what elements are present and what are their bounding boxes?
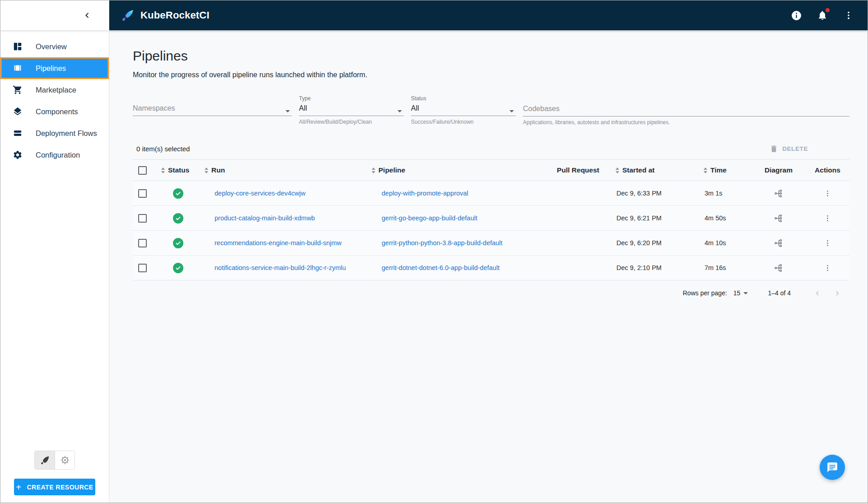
sidebar-item-label: Components: [36, 107, 78, 116]
pipeline-cell: gerrit-python-python-3.8-app-build-defau…: [365, 239, 528, 247]
sidebar: Overview Pipelines Marketplace Component…: [0, 0, 109, 503]
pipeline-link[interactable]: deploy-with-promote-approval: [382, 190, 468, 197]
row-checkbox[interactable]: [138, 264, 147, 272]
sort-arrows-icon[interactable]: [616, 168, 619, 173]
app-window: Overview Pipelines Marketplace Component…: [0, 0, 868, 503]
overview-icon: [12, 41, 23, 52]
row-actions-button[interactable]: [821, 261, 835, 275]
view-toggle-group: [34, 451, 75, 470]
status-select[interactable]: All: [411, 103, 516, 116]
namespaces-select[interactable]: Namespaces: [133, 103, 292, 116]
pipeline-link[interactable]: gerrit-python-python-3.8-app-build-defau…: [382, 239, 503, 247]
chat-icon: [826, 461, 838, 473]
sidebar-collapse-button[interactable]: [81, 9, 93, 22]
column-header-status[interactable]: Status: [158, 166, 198, 174]
trash-icon: [770, 144, 778, 153]
run-cell: notifications-service-main-build-2lhgc-r…: [198, 264, 365, 271]
sidebar-item-pipelines[interactable]: Pipelines: [0, 57, 109, 79]
run-link[interactable]: recommendations-engine-main-build-snjmw: [215, 239, 341, 247]
run-link[interactable]: notifications-service-main-build-2lhgc-r…: [215, 264, 346, 271]
sidebar-item-overview[interactable]: Overview: [0, 36, 109, 57]
chevron-down-icon: [285, 110, 290, 112]
notifications-button[interactable]: [816, 9, 829, 22]
table-row: notifications-service-main-build-2lhgc-r…: [133, 256, 849, 280]
more-menu-button[interactable]: [842, 9, 855, 22]
row-actions-button[interactable]: [821, 236, 835, 250]
rows-per-page-label: Rows per page:: [683, 289, 727, 297]
type-select[interactable]: All: [299, 103, 404, 116]
status-cell: [158, 213, 198, 224]
diagram-button[interactable]: [771, 261, 786, 275]
codebases-filter: Codebases Applications, libraries, autot…: [523, 95, 849, 126]
started-at-cell: Dec 9, 2:10 PM: [600, 264, 688, 271]
kebab-menu-icon: [844, 10, 854, 20]
diagram-button[interactable]: [771, 211, 786, 225]
column-header-run[interactable]: Run: [198, 166, 365, 174]
column-header-time[interactable]: Time: [688, 166, 751, 174]
appbar-actions: [790, 9, 855, 22]
pipeline-link[interactable]: gerrit-go-beego-app-build-default: [382, 214, 477, 222]
rocket-icon: [40, 456, 50, 465]
column-header-started-at[interactable]: Started at: [600, 166, 688, 174]
sort-arrows-icon[interactable]: [161, 168, 165, 173]
sidebar-item-deployment-flows[interactable]: Deployment Flows: [0, 122, 109, 144]
diagram-button[interactable]: [771, 236, 786, 250]
sort-arrows-icon[interactable]: [205, 168, 208, 173]
previous-page-button[interactable]: ‹: [811, 286, 824, 300]
page-title: Pipelines: [133, 48, 849, 64]
sidebar-item-components[interactable]: Components: [0, 101, 109, 122]
sort-arrows-icon[interactable]: [704, 168, 707, 173]
diagram-button[interactable]: [771, 186, 786, 200]
chevron-down-icon: [509, 110, 514, 112]
status-filter: Status All Success/Failure/Unknown: [411, 95, 516, 126]
run-link[interactable]: deploy-core-services-dev4cwjw: [215, 190, 305, 197]
rows-per-page-select[interactable]: 15: [733, 289, 750, 297]
type-helper: All/Review/Build/Deploy/Clean: [299, 119, 404, 125]
row-actions-button[interactable]: [821, 186, 835, 200]
run-cell: recommendations-engine-main-build-snjmw: [198, 239, 365, 247]
chevron-left-icon: [84, 12, 91, 19]
create-resource-button[interactable]: + CREATE RESOURCE: [14, 479, 95, 495]
run-link[interactable]: product-catalog-main-build-xdmwb: [215, 214, 315, 222]
codebases-input[interactable]: Codebases: [523, 103, 849, 116]
selected-count: 0 item(s) selected: [136, 145, 190, 153]
pipeline-link[interactable]: gerrit-dotnet-dotnet-6.0-app-build-defau…: [382, 264, 499, 271]
diagram-tree-icon: [774, 214, 784, 223]
select-all-checkbox[interactable]: [138, 166, 147, 175]
rocket-view-toggle[interactable]: [35, 451, 55, 469]
row-checkbox[interactable]: [138, 239, 147, 247]
kebab-menu-icon: [823, 239, 832, 247]
sidebar-header: [0, 0, 109, 30]
row-actions-button[interactable]: [821, 211, 835, 225]
info-button[interactable]: [790, 9, 803, 22]
delete-label: DELETE: [782, 145, 808, 152]
kebab-menu-icon: [823, 189, 832, 198]
run-cell: deploy-core-services-dev4cwjw: [198, 190, 365, 197]
sort-arrows-icon[interactable]: [372, 168, 375, 173]
row-checkbox[interactable]: [138, 189, 147, 198]
chevron-down-icon: [397, 110, 402, 112]
kubernetes-view-toggle[interactable]: [55, 451, 75, 469]
sidebar-item-configuration[interactable]: Configuration: [0, 144, 109, 166]
table-pagination: Rows per page: 15 1–4 of 4 ‹ ›: [133, 280, 849, 306]
chat-fab-button[interactable]: [820, 455, 845, 480]
delete-button[interactable]: DELETE: [770, 144, 808, 153]
type-value: All: [299, 104, 307, 112]
sidebar-item-marketplace[interactable]: Marketplace: [0, 79, 109, 101]
info-icon: [791, 10, 802, 21]
success-status-icon: [173, 188, 183, 199]
next-page-button[interactable]: ›: [831, 286, 844, 300]
table-row: deploy-core-services-dev4cwjw deploy-wit…: [133, 181, 849, 206]
row-checkbox[interactable]: [138, 214, 147, 223]
column-header-pipeline[interactable]: Pipeline: [365, 166, 528, 174]
sidebar-footer: + CREATE RESOURCE: [0, 451, 109, 503]
app-logo[interactable]: KubeRocketCI: [121, 9, 210, 22]
success-status-icon: [173, 263, 183, 273]
plus-icon: +: [16, 483, 21, 492]
success-status-icon: [173, 213, 183, 224]
sidebar-item-label: Pipelines: [36, 64, 66, 73]
sidebar-item-label: Marketplace: [36, 86, 76, 94]
status-value: All: [411, 104, 419, 112]
time-cell: 4m 10s: [688, 239, 751, 247]
diagram-tree-icon: [774, 263, 784, 273]
